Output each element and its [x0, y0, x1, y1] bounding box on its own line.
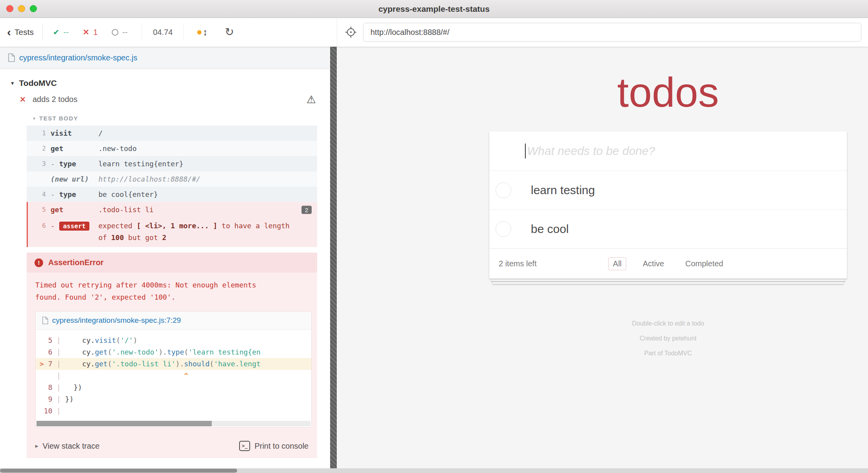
command-row[interactable]: 1visit/ [27, 126, 317, 141]
test-body-section-toggle[interactable]: ▾ TEST BODY [33, 115, 330, 122]
info-line: Double-click to edit a todo [489, 316, 847, 331]
code-frame-scrollbar[interactable] [36, 421, 311, 426]
todo-toggle-checkbox[interactable] [496, 182, 511, 198]
command-name: (new url) [51, 175, 98, 183]
command-row[interactable]: (new url)http://localhost:8888/#/ [27, 171, 317, 187]
code-line: > 7 | cy.get('.todo-list li').should('ha… [36, 358, 311, 370]
passed-count: -- [64, 28, 69, 37]
reporter-panel: cypress/integration/smoke-spec.js ▾ Todo… [0, 47, 330, 468]
warning-icon: ⚠ [307, 93, 316, 106]
todos-app-title: todos [489, 70, 847, 114]
command-row[interactable]: 4- typebe cool{enter} [27, 187, 317, 202]
window-title: cypress-example-test-status [0, 0, 868, 18]
file-icon [8, 53, 15, 62]
todo-card: learn testingbe cool 2 items left AllAct… [489, 131, 847, 278]
filter-all[interactable]: All [608, 257, 626, 270]
todo-label[interactable]: learn testing [531, 184, 595, 197]
test-failed-x-icon: ✕ [20, 95, 26, 104]
tests-label: Tests [15, 27, 34, 37]
up-down-arrow-icon: ↕ [203, 27, 207, 38]
suite-title: TodoMVC [19, 78, 57, 88]
refresh-button[interactable]: ↻ [225, 27, 234, 38]
command-name: get [51, 144, 98, 153]
chevron-left-icon: ‹ [7, 28, 11, 36]
print-to-console-label: Print to console [254, 442, 309, 451]
passed-stat[interactable]: ✔ -- [53, 27, 69, 37]
toolbar-divider [42, 24, 43, 40]
content-area: cypress/integration/smoke-spec.js ▾ Todo… [0, 47, 868, 468]
url-bar[interactable]: http://localhost:8888/#/ [363, 23, 861, 42]
todo-toggle-checkbox[interactable] [496, 221, 511, 237]
filter-active[interactable]: Active [638, 257, 669, 270]
back-to-tests-button[interactable]: ‹ Tests [7, 27, 34, 37]
element-count-badge: 2 [301, 206, 312, 214]
command-name: get [51, 206, 98, 214]
horizontal-scrollbar-thumb[interactable] [0, 469, 237, 473]
todo-label[interactable]: be cool [531, 222, 569, 236]
view-stack-trace-toggle[interactable]: ▸ View stack trace [35, 442, 100, 451]
command-row[interactable]: 6- assertexpected [ <li>, 1 more... ] to… [27, 217, 317, 247]
error-name: AssertionError [48, 258, 104, 267]
command-message: / [98, 129, 317, 137]
toolbar: ‹ Tests ✔ -- ✕ 1 -- 04.74 ↕ ↻ [0, 18, 868, 47]
failed-stat[interactable]: ✕ 1 [83, 27, 98, 37]
new-todo-row [489, 131, 847, 171]
command-name: - type [51, 190, 98, 198]
error-header[interactable]: ! AssertionError [27, 253, 317, 273]
code-frame-scrollbar-thumb[interactable] [36, 421, 212, 426]
pending-circle-icon [112, 29, 118, 36]
todo-app: todos learn testingbe cool 2 items left … [489, 70, 847, 361]
info-line: Part of TodoMVC [489, 346, 847, 361]
titlebar: cypress-example-test-status [0, 0, 868, 18]
command-message: .new-todo [98, 144, 317, 153]
code-line: 9 | }) [36, 393, 311, 405]
pending-count: -- [122, 28, 127, 37]
reporter-toolbar: ‹ Tests ✔ -- ✕ 1 -- 04.74 ↕ ↻ [0, 18, 337, 47]
terminal-icon: >_ [239, 441, 250, 451]
print-to-console-button[interactable]: >_ Print to console [239, 441, 309, 451]
todo-filters: AllActiveCompleted [608, 257, 728, 270]
todo-footer: 2 items left AllActiveCompleted [489, 248, 847, 278]
command-name: visit [51, 129, 98, 137]
spec-file-link[interactable]: cypress/integration/smoke-spec.js [19, 53, 137, 62]
error-icon: ! [35, 258, 43, 267]
aut-panel: todos learn testingbe cool 2 items left … [337, 47, 868, 468]
test-body-label: TEST BODY [39, 115, 78, 122]
command-row[interactable]: 2get.new-todo [27, 141, 317, 156]
filter-completed[interactable]: Completed [681, 257, 728, 270]
info-line: Created by petehunt [489, 331, 847, 346]
text-cursor [525, 144, 526, 158]
command-message: http://localhost:8888/#/ [98, 175, 317, 183]
test-header[interactable]: ✕ adds 2 todos ⚠ [0, 95, 330, 104]
auto-scroll-toggle[interactable]: ↕ [197, 27, 207, 38]
code-frame-file-link[interactable]: cypress/integration/smoke-spec.js:7:29 [52, 316, 181, 325]
command-name: - assert [51, 220, 98, 232]
file-icon [42, 317, 48, 324]
command-row[interactable]: 3- typelearn testing{enter} [27, 156, 317, 171]
test-duration: 04.74 [142, 23, 184, 41]
scroll-indicator-dot-icon [197, 30, 202, 35]
command-message: learn testing{enter} [98, 160, 317, 168]
code-line: | ^ [36, 370, 311, 382]
command-message: .todo-list li [98, 206, 317, 214]
code-line: 8 | }) [36, 382, 311, 393]
assertion-error-block: ! AssertionError Timed out retrying afte… [27, 253, 317, 458]
pending-stat[interactable]: -- [112, 28, 127, 37]
todo-info: Double-click to edit a todoCreated by pe… [489, 316, 847, 361]
check-icon: ✔ [53, 27, 60, 37]
code-frame-body: 5 | cy.visit('/') 6 | cy.get('.new-todo'… [36, 330, 311, 418]
panel-resize-handle[interactable] [330, 47, 337, 468]
code-frame: cypress/integration/smoke-spec.js:7:29 5… [35, 311, 312, 428]
new-todo-input[interactable] [489, 131, 847, 171]
horizontal-scrollbar[interactable] [0, 468, 868, 473]
code-line: 10 | [36, 405, 311, 417]
error-footer: ▸ View stack trace >_ Print to console [27, 435, 317, 458]
test-title: adds 2 todos [33, 95, 78, 104]
suite-header[interactable]: ▾ TodoMVC [0, 69, 330, 88]
command-row[interactable]: 5get.todo-list li2 [27, 202, 317, 217]
refresh-icon: ↻ [225, 26, 234, 38]
command-message: expected [ <li>, 1 more... ] to have a l… [98, 220, 290, 244]
code-frame-header: cypress/integration/smoke-spec.js:7:29 [36, 311, 311, 330]
todo-list: learn testingbe cool [489, 171, 847, 248]
selector-playground-button[interactable] [345, 26, 357, 38]
